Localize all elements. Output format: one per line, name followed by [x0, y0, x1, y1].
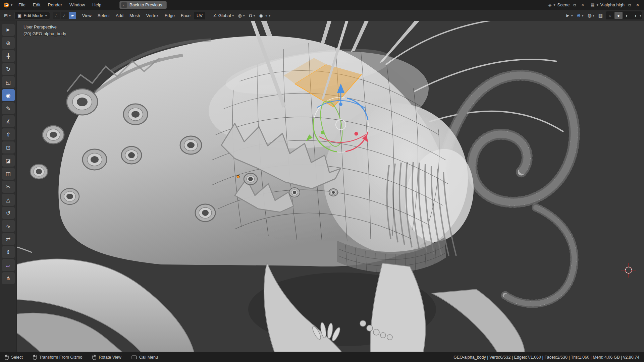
blender-logo-icon: [3, 2, 9, 8]
menu-add[interactable]: Add: [113, 12, 126, 19]
tool-knife[interactable]: ✂: [2, 181, 15, 193]
edge-slide-icon: ⇄: [6, 236, 10, 242]
menu-view[interactable]: View: [79, 12, 94, 19]
tool-rip-region[interactable]: ⋔: [2, 272, 15, 284]
new-view-layer-button[interactable]: ⧉: [627, 2, 633, 8]
tool-edge-slide[interactable]: ⇄: [2, 233, 15, 245]
scene-selector[interactable]: ◈ ▾ Scene ⧉ ✕: [547, 1, 586, 9]
menu-help[interactable]: Help: [89, 1, 105, 9]
back-to-previous-button[interactable]: ← Back to Previous: [119, 1, 167, 9]
remove-view-layer-button[interactable]: ✕: [635, 2, 641, 8]
tool-measure[interactable]: ∡: [2, 115, 15, 127]
select-visibility-dropdown[interactable]: ► ▾: [565, 12, 574, 19]
transform-orientation-dropdown[interactable]: ∠ Global ▾: [211, 12, 235, 19]
cursor-icon: ►: [566, 13, 570, 18]
shading-wireframe-button[interactable]: ○: [606, 12, 614, 19]
inset-faces-icon: ⊡: [6, 144, 10, 151]
vertex-select-mode-button[interactable]: ∴: [53, 12, 60, 19]
gizmo-y-axis-handle[interactable]: [321, 131, 325, 134]
chevron-down-icon: ▾: [11, 3, 12, 7]
unlink-scene-button[interactable]: ✕: [580, 2, 586, 8]
proportional-editing-toggle[interactable]: ◉ ∩ ▾: [257, 12, 272, 19]
shading-rendered-button[interactable]: ◑: [631, 12, 639, 19]
menu-uv[interactable]: UV: [194, 12, 205, 19]
snap-toggle[interactable]: Ω ▾: [247, 12, 257, 19]
tool-shelf: ► ⊕ ╋ ↻ ◱ ◉ ✎ ∡ ⇧ ⊡ ◪ ◫ ✂ △ ↺ ∿ ⇄ ⇕ ▱ ⋔: [0, 21, 17, 352]
tool-annotate[interactable]: ✎: [2, 102, 15, 114]
menu-file[interactable]: File: [15, 1, 29, 9]
menu-edge[interactable]: Edge: [162, 12, 177, 19]
statusbar: Select Transform From Gizmo Rotate View …: [0, 352, 644, 362]
annotate-icon: ✎: [6, 105, 10, 112]
tool-inset-faces[interactable]: ⊡: [2, 141, 15, 154]
chevron-down-icon: ▾: [232, 14, 234, 17]
measure-icon: ∡: [6, 118, 10, 125]
tool-transform[interactable]: ◉: [2, 89, 15, 101]
new-scene-button[interactable]: ⧉: [572, 2, 578, 8]
pivot-icon: ◎: [238, 13, 241, 18]
view-perspective-label: User Perspective: [23, 24, 57, 29]
topbar: ▾ File Edit Render Window Help ← Back to…: [0, 0, 644, 10]
edge-select-mode-button[interactable]: ∕: [61, 12, 68, 19]
tool-spin[interactable]: ↺: [2, 207, 15, 219]
tool-shear[interactable]: ▱: [2, 259, 15, 271]
menu-edit[interactable]: Edit: [30, 1, 44, 9]
orientation-icon: ∠: [213, 13, 217, 18]
mode-dropdown[interactable]: ▣ Edit Mode ▾: [14, 12, 50, 19]
chevron-down-icon: ▾: [553, 3, 555, 7]
back-arrow-icon: ←: [121, 2, 127, 8]
mmb-icon: [92, 355, 96, 360]
gizmo-x-axis-handle[interactable]: [355, 132, 358, 136]
hint-select-label: Select: [11, 355, 23, 360]
tool-select-box[interactable]: ►: [2, 24, 15, 36]
tool-move[interactable]: ╋: [2, 50, 15, 62]
chevron-down-icon: ▾: [571, 14, 573, 17]
menu-face[interactable]: Face: [178, 12, 193, 19]
show-gizmo-toggle[interactable]: ⊕ ▾: [576, 12, 585, 19]
lmb-icon: [5, 355, 9, 360]
chevron-down-icon: ▾: [269, 14, 270, 17]
chevron-down-icon: ▾: [597, 3, 598, 7]
menu-vertex[interactable]: Vertex: [144, 12, 161, 19]
keyboard-icon: [131, 355, 137, 360]
tool-scale[interactable]: ◱: [2, 76, 15, 88]
shrink-fatten-icon: ⇕: [6, 249, 10, 255]
extrude-region-icon: ⇧: [6, 131, 10, 138]
menu-mesh[interactable]: Mesh: [127, 12, 143, 19]
shading-solid-button[interactable]: ●: [614, 12, 623, 19]
tool-loop-cut[interactable]: ◫: [2, 168, 15, 180]
hint-transform-from-gizmo: Transform From Gizmo: [33, 355, 83, 360]
chevron-down-icon: ▾: [45, 14, 47, 17]
pivot-point-dropdown[interactable]: ◎ ▾: [236, 12, 246, 19]
magnet-icon: Ω: [249, 13, 252, 18]
scale-icon: ◱: [6, 79, 11, 85]
chevron-down-icon: ▾: [593, 14, 594, 17]
menu-window[interactable]: Window: [66, 1, 88, 9]
tool-extrude-region[interactable]: ⇧: [2, 128, 15, 140]
tool-smooth[interactable]: ∿: [2, 220, 15, 232]
creature-model: [0, 21, 574, 352]
blender-menu-button[interactable]: ▾: [3, 2, 14, 8]
hint-call-menu: Call Menu: [131, 355, 158, 360]
show-overlays-toggle[interactable]: ◍ ▾: [586, 12, 595, 19]
view-layer-selector[interactable]: ▦ ▾ V-alpha.high ⧉ ✕: [590, 1, 641, 9]
face-select-mode-button[interactable]: ▰: [69, 12, 76, 19]
spin-icon: ↺: [6, 210, 10, 216]
cursor-icon: ⊕: [6, 40, 10, 46]
3d-cursor: [621, 263, 636, 278]
menu-select[interactable]: Select: [95, 12, 112, 19]
move-icon: ╋: [7, 53, 10, 59]
viewport-canvas[interactable]: [0, 21, 644, 352]
shading-material-button[interactable]: ◐: [623, 12, 631, 19]
3d-viewport[interactable]: ► ⊕ ╋ ↻ ◱ ◉ ✎ ∡ ⇧ ⊡ ◪ ◫ ✂ △ ↺ ∿ ⇄ ⇕ ▱ ⋔ …: [0, 21, 644, 352]
editor-type-selector[interactable]: ⊞ ▾: [2, 12, 12, 19]
chevron-down-icon: ▾: [253, 14, 255, 17]
tool-shrink-fatten[interactable]: ⇕: [2, 246, 15, 258]
tool-bevel[interactable]: ◪: [2, 155, 15, 167]
tool-rotate[interactable]: ↻: [2, 63, 15, 75]
menu-render[interactable]: Render: [44, 1, 65, 9]
chevron-down-icon: ▾: [640, 14, 641, 17]
xray-toggle[interactable]: ▥: [597, 12, 604, 19]
tool-poly-build[interactable]: △: [2, 194, 15, 206]
tool-cursor[interactable]: ⊕: [2, 37, 15, 49]
